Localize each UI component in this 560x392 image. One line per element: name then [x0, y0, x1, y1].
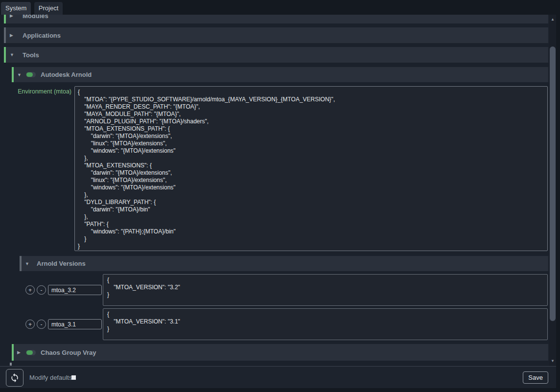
version-row: + - { "MTOA_VERSION": "3.1" }: [0, 308, 548, 340]
section-header-applications[interactable]: ▶ Applications: [4, 27, 548, 43]
version-key-input[interactable]: [48, 285, 102, 295]
section-label-applications: Applications: [23, 32, 61, 39]
add-version-button[interactable]: +: [25, 285, 35, 295]
version-json-textarea[interactable]: { "MTOA_VERSION": "3.1" }: [103, 308, 548, 340]
environment-label: Environment (mtoa): [0, 86, 71, 95]
version-row: + - { "MTOA_VERSION": "3.2" }: [0, 274, 548, 306]
scroll-down-icon[interactable]: ▼: [549, 357, 556, 365]
modify-defaults-label: Modify defaults: [29, 367, 72, 389]
tab-bar: System Project: [0, 0, 560, 15]
chevron-right-icon: ▶: [10, 15, 17, 18]
vertical-scrollbar[interactable]: ▲ ▼: [549, 15, 556, 366]
vray-enabled-toggle[interactable]: [26, 350, 36, 355]
section-header-tools[interactable]: ▼ Tools: [4, 47, 548, 63]
scrollbar-thumb[interactable]: [550, 46, 556, 321]
scroll-up-icon[interactable]: ▲: [549, 16, 556, 23]
toggle-knob: [26, 350, 33, 355]
remove-version-button[interactable]: -: [37, 285, 46, 295]
subsection-header-vray[interactable]: ▶ Chaos Group Vray: [12, 344, 548, 361]
subsection-label-arnold-versions: Arnold Versions: [37, 260, 86, 267]
chevron-down-icon: ▼: [17, 72, 24, 77]
save-button[interactable]: Save: [523, 371, 548, 384]
environment-row: Environment (mtoa) { "MTOA": "{PYPE_STUD…: [0, 86, 548, 251]
tab-system[interactable]: System: [1, 2, 31, 15]
subsection-header-arnold[interactable]: ▼ Autodesk Arnold: [12, 67, 548, 82]
chevron-down-icon: ▼: [10, 52, 17, 57]
arnold-enabled-toggle[interactable]: [26, 72, 36, 77]
add-version-button[interactable]: +: [25, 320, 35, 329]
partial-section-edge: [10, 363, 12, 366]
toggle-knob: [26, 72, 33, 77]
subsection-label-arnold: Autodesk Arnold: [41, 71, 92, 78]
scroll-content: ▶ Modules ▶ Applications ▼ Tools ▼ Autod…: [0, 15, 549, 366]
footer-bar: Modify defaults Save: [0, 366, 556, 388]
refresh-button[interactable]: [6, 369, 23, 387]
version-row-controls: + -: [0, 308, 103, 340]
modify-defaults-checkbox[interactable]: [71, 375, 76, 380]
settings-window: System Project ▶ Modules ▶ Applications …: [0, 0, 560, 392]
section-label-tools: Tools: [23, 51, 39, 59]
chevron-down-icon: ▼: [25, 261, 32, 266]
version-key-input[interactable]: [48, 319, 102, 329]
subsection-header-arnold-versions[interactable]: ▼ Arnold Versions: [20, 256, 548, 271]
refresh-icon: [10, 373, 20, 383]
version-json-textarea[interactable]: { "MTOA_VERSION": "3.2" }: [103, 274, 548, 306]
version-row-controls: + -: [0, 274, 103, 306]
remove-version-button[interactable]: -: [37, 320, 46, 329]
chevron-right-icon: ▶: [10, 33, 17, 38]
chevron-right-icon: ▶: [17, 350, 24, 355]
environment-json-textarea[interactable]: { "MTOA": "{PYPE_STUDIO_SOFTWARE}/arnold…: [74, 86, 548, 251]
subsection-label-vray: Chaos Group Vray: [41, 349, 96, 356]
settings-scroll-area: ▶ Modules ▶ Applications ▼ Tools ▼ Autod…: [0, 15, 556, 366]
tab-project[interactable]: Project: [34, 2, 63, 15]
section-header-modules[interactable]: ▶ Modules: [4, 15, 548, 23]
section-label-modules: Modules: [23, 15, 48, 20]
